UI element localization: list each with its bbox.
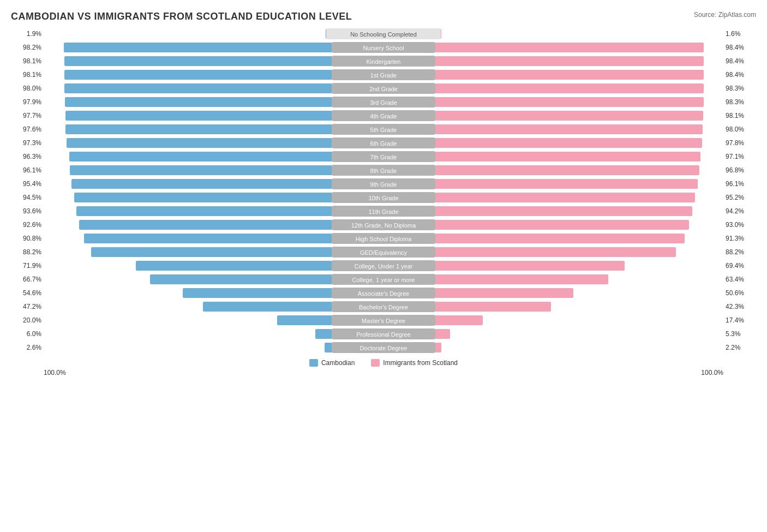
bar-right-container-7 (435, 123, 723, 135)
center-label-21: Master's Degree (332, 315, 435, 326)
center-label-22: Professional Degree (332, 328, 435, 339)
bar-right-container-15 (435, 232, 723, 244)
val-left-3: 98.1% (11, 71, 44, 79)
val-right-21: 17.4% (723, 316, 756, 324)
bar-right-8 (435, 138, 702, 148)
center-label-10: 8th Grade (332, 165, 435, 176)
center-label-6: 4th Grade (332, 110, 435, 121)
bar-left-23 (325, 343, 332, 352)
val-left-11: 95.4% (11, 180, 44, 188)
center-label-0: No Schooling Completed (326, 28, 441, 39)
bar-left-17 (136, 261, 332, 271)
val-right-0: 1.6% (723, 30, 756, 38)
val-left-22: 6.0% (11, 330, 44, 338)
bar-left-15 (84, 234, 332, 243)
bar-left-container-10 (44, 164, 332, 176)
bar-right-container-3 (435, 69, 723, 81)
bar-left-container-11 (44, 178, 332, 190)
bar-row-22: 6.0%Professional Degree5.3% (11, 328, 756, 340)
val-right-12: 95.2% (723, 194, 756, 201)
bar-right-container-19 (435, 287, 723, 299)
val-left-13: 93.6% (11, 207, 44, 215)
bar-right-1 (435, 43, 704, 52)
bar-row-inner-6: 97.7%4th Grade98.1% (11, 110, 756, 122)
bar-row-4: 98.0%2nd Grade98.3% (11, 82, 756, 94)
bar-right-container-9 (435, 151, 723, 163)
bar-right-container-4 (435, 82, 723, 94)
bar-left-3 (64, 70, 332, 80)
val-left-10: 96.1% (11, 166, 44, 174)
bar-row-inner-17: 71.9%College, Under 1 year69.4% (11, 260, 756, 272)
bar-left-13 (76, 206, 332, 216)
val-left-5: 97.9% (11, 98, 44, 106)
bar-right-5 (435, 97, 704, 107)
bar-row-inner-9: 96.3%7th Grade97.1% (11, 151, 756, 163)
bar-right-3 (435, 70, 704, 80)
val-right-17: 69.4% (723, 262, 756, 270)
bar-left-container-6 (44, 110, 332, 122)
bar-row-inner-3: 98.1%1st Grade98.4% (11, 69, 756, 81)
val-right-14: 93.0% (723, 221, 756, 229)
bar-left-container-20 (44, 301, 332, 313)
val-right-2: 98.4% (723, 57, 756, 65)
center-label-17: College, Under 1 year (332, 260, 435, 271)
center-label-18: College, 1 year or more (332, 274, 435, 285)
bar-right-container-0 (441, 28, 723, 40)
bar-right-container-11 (435, 178, 723, 190)
bar-row-inner-8: 97.3%6th Grade97.8% (11, 137, 756, 149)
bar-right-container-18 (435, 273, 723, 285)
legend-cambodian-color (309, 359, 318, 367)
legend: Cambodian Immigrants from Scotland (11, 359, 756, 367)
val-left-15: 90.8% (11, 235, 44, 242)
bar-left-12 (74, 193, 332, 202)
val-right-13: 94.2% (723, 207, 756, 215)
val-left-7: 97.6% (11, 125, 44, 133)
bar-left-container-12 (44, 192, 332, 204)
val-left-16: 88.2% (11, 248, 44, 256)
val-right-9: 97.1% (723, 153, 756, 160)
val-right-7: 98.0% (723, 125, 756, 133)
bar-right-container-23 (435, 342, 723, 354)
bar-left-10 (70, 165, 332, 175)
bar-row-inner-22: 6.0%Professional Degree5.3% (11, 328, 756, 340)
bar-right-container-16 (435, 246, 723, 258)
val-left-4: 98.0% (11, 85, 44, 92)
legend-cambodian-label: Cambodian (321, 359, 355, 367)
val-left-9: 96.3% (11, 153, 44, 160)
val-right-4: 98.3% (723, 85, 756, 92)
bar-row-21: 20.0%Master's Degree17.4% (11, 314, 756, 326)
bar-left-container-22 (44, 328, 332, 340)
bar-right-9 (435, 152, 700, 162)
bar-left-container-17 (44, 260, 332, 272)
bar-right-container-14 (435, 219, 723, 231)
bar-left-container-7 (44, 123, 332, 135)
chart-title: CAMBODIAN VS IMMIGRANTS FROM SCOTLAND ED… (11, 11, 756, 22)
val-left-18: 66.7% (11, 276, 44, 283)
bar-row-11: 95.4%9th Grade96.1% (11, 178, 756, 190)
bar-row-inner-15: 90.8%High School Diploma91.3% (11, 232, 756, 244)
bar-row-20: 47.2%Bachelor's Degree42.3% (11, 301, 756, 313)
center-label-9: 7th Grade (332, 151, 435, 162)
bar-right-6 (435, 111, 703, 121)
bar-row-16: 88.2%GED/Equivalency88.2% (11, 246, 756, 258)
bar-right-container-10 (435, 164, 723, 176)
val-right-10: 96.8% (723, 166, 756, 174)
bar-left-container-14 (44, 219, 332, 231)
bar-row-inner-13: 93.6%11th Grade94.2% (11, 205, 756, 217)
bar-row-inner-21: 20.0%Master's Degree17.4% (11, 314, 756, 326)
bar-left-1 (64, 43, 332, 52)
bar-left-container-16 (44, 246, 332, 258)
center-label-13: 11th Grade (332, 206, 435, 217)
bar-row-inner-10: 96.1%8th Grade96.8% (11, 164, 756, 176)
center-label-12: 10th Grade (332, 192, 435, 203)
bar-row-0: 1.9%No Schooling Completed1.6% (11, 28, 756, 40)
bar-right-container-22 (435, 328, 723, 340)
bar-left-2 (64, 56, 332, 66)
val-right-23: 2.2% (723, 344, 756, 351)
bar-right-0 (441, 29, 441, 39)
bar-row-inner-16: 88.2%GED/Equivalency88.2% (11, 246, 756, 258)
bar-row-3: 98.1%1st Grade98.4% (11, 69, 756, 81)
bar-left-20 (203, 302, 332, 312)
bar-row-inner-0: 1.9%No Schooling Completed1.6% (11, 28, 756, 40)
bar-row-inner-7: 97.6%5th Grade98.0% (11, 123, 756, 135)
